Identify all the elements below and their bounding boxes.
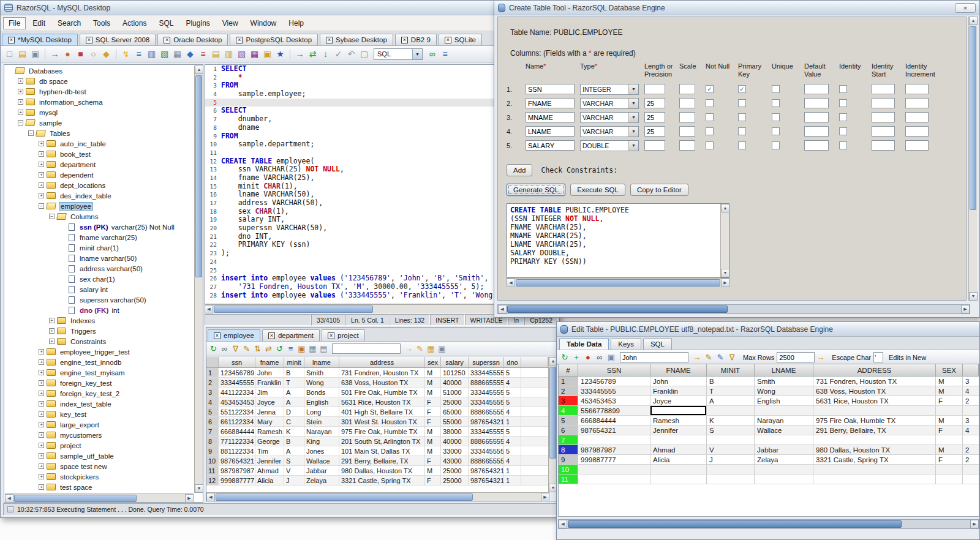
execute-lightning-icon[interactable]: ↯ [120, 48, 132, 60]
results-filter-input[interactable] [332, 343, 401, 354]
tree-expander-icon[interactable]: + [39, 432, 44, 438]
tree-item-dno-fk-[interactable]: dno (FK) int [5, 305, 194, 315]
cell[interactable]: 3 [963, 416, 979, 425]
highlight-pencil-icon[interactable]: ✎ [703, 351, 714, 363]
execute-arrow-icon[interactable]: → [294, 48, 306, 60]
tree-expander-icon[interactable]: − [49, 214, 55, 219]
dialog-vertical-scrollbar[interactable]: ▲ ▼ [968, 17, 977, 301]
results-col-salary[interactable]: salary [441, 357, 469, 367]
add-button[interactable]: Add [507, 164, 532, 176]
identity-checkbox[interactable] [839, 113, 847, 121]
tree-item-large-export[interactable]: +large_export [5, 419, 194, 430]
export-table-icon[interactable]: ▦ [426, 343, 436, 354]
cell[interactable]: 731 Fondren, Houston TX [813, 377, 936, 386]
cell[interactable]: 987987987 [578, 445, 650, 454]
tree-item-columns[interactable]: −Columns [5, 211, 194, 222]
tab--mysql-desktop[interactable]: ×*MySQL Desktop [2, 34, 78, 45]
tree-expander-icon[interactable]: + [39, 391, 44, 396]
identity-start-input[interactable] [872, 112, 895, 122]
unique-checkbox[interactable] [772, 127, 780, 135]
tree-expander-icon[interactable]: + [39, 370, 44, 375]
cell[interactable]: 975 Fire Oak, Humble TX [813, 416, 936, 425]
tree-expander-icon[interactable]: + [39, 422, 44, 427]
refresh-data-icon[interactable]: ↻ [559, 351, 570, 363]
scale-input[interactable] [679, 112, 695, 122]
scroll-down-icon[interactable]: ▼ [721, 269, 729, 277]
identity-start-input[interactable] [872, 84, 895, 94]
cell[interactable]: Joyce [650, 396, 707, 405]
undo-icon[interactable]: ↶ [345, 48, 357, 60]
edit-row[interactable]: 5666884444RameshKNarayan975 Fire Oak, Hu… [559, 416, 979, 426]
sql-hscroll-thumb[interactable] [516, 279, 720, 287]
tree-expander-icon[interactable]: + [39, 172, 44, 178]
results-row[interactable]: 2333445555FranklinTWong638 Voss, Houston… [206, 378, 548, 388]
tree-item-project[interactable]: +project [5, 440, 194, 451]
cell[interactable] [936, 406, 963, 415]
tree-expander-icon[interactable]: + [39, 443, 44, 448]
edit-row[interactable]: 10 [559, 465, 979, 474]
tree-item-foreign-key-test[interactable]: +foreign_key_test [5, 378, 194, 388]
export-rows-icon[interactable]: ▤ [318, 343, 329, 354]
tab-project[interactable]: ×project [322, 329, 365, 341]
tab-close-icon[interactable]: × [401, 37, 408, 43]
edit-col-#[interactable]: # [559, 364, 578, 376]
tree-item-test-space[interactable]: +test space [5, 482, 194, 492]
results-col-ssn[interactable]: ssn [219, 357, 255, 367]
scroll-left-icon[interactable]: ◀ [559, 520, 567, 528]
edit-horizontal-scrollbar[interactable]: ◀ ▶ [558, 519, 979, 529]
column-name-input[interactable] [526, 112, 575, 122]
identity-increment-input[interactable] [905, 140, 929, 151]
tree-expander-icon[interactable]: + [39, 151, 44, 157]
tree-item-minit-char-1-[interactable]: minit char(1) [5, 242, 194, 253]
cell[interactable]: A [707, 396, 755, 405]
scale-input[interactable] [679, 140, 695, 151]
tree-expander-icon[interactable]: + [49, 339, 55, 344]
results-horizontal-scrollbar[interactable]: ◀ ▶ [206, 492, 549, 501]
length-input[interactable] [644, 140, 665, 151]
cell[interactable]: 3321 Castle, Spring TX [813, 455, 936, 464]
tree-item-databases[interactable]: Databases [5, 66, 194, 76]
cell[interactable]: 291 Berry, Bellaire, TX [813, 426, 936, 435]
not-null-checkbox[interactable] [706, 141, 714, 149]
cell[interactable]: 980 Dallas, Houston TX [813, 445, 936, 454]
tree-item-engine-test-innodb[interactable]: +engine_test_innodb [5, 357, 194, 367]
tab-sql[interactable]: SQL [643, 338, 672, 350]
tree-expander-icon[interactable]: + [18, 78, 23, 84]
cell[interactable]: M [936, 416, 963, 425]
cell[interactable] [963, 435, 979, 444]
tab-oracle-desktop[interactable]: ×Oracle Desktop [157, 34, 228, 45]
edit-row[interactable]: 9999887777AliciaJZelaya3321 Castle, Spri… [559, 455, 979, 465]
tree-item-dependent[interactable]: +dependent [5, 170, 194, 180]
results-row[interactable]: 8771122334GeorgeBKing201 South St, Arlin… [206, 437, 548, 446]
tree-expander-icon[interactable]: + [39, 162, 44, 167]
edit-col-MINIT[interactable]: MINIT [707, 364, 755, 376]
column-type-select[interactable]: INTEGER▼ [580, 84, 639, 95]
not-null-checkbox[interactable] [706, 99, 714, 107]
primary-key-checkbox[interactable] [738, 141, 746, 149]
cell[interactable]: 3 [963, 377, 979, 386]
cell[interactable]: 333445555 [578, 386, 650, 396]
edit-row[interactable]: 2333445555FranklinTWong638 Voss, Houston… [559, 386, 979, 396]
validate-check-icon[interactable]: ✓ [333, 48, 344, 60]
scale-input[interactable] [679, 126, 695, 137]
column-type-select[interactable]: VARCHAR▼ [580, 98, 639, 109]
dialog-hscroll-thumb[interactable] [507, 306, 728, 313]
tree-expander-icon[interactable]: + [39, 474, 44, 479]
primary-key-checkbox[interactable]: ✓ [738, 85, 746, 93]
cell[interactable] [755, 406, 813, 415]
tree-item-sex-char-1-[interactable]: sex char(1) [5, 274, 194, 284]
tree-expander-icon[interactable]: + [39, 141, 44, 146]
cell[interactable] [707, 474, 755, 484]
generated-sql-box[interactable]: CREATE TABLE PUBLIC.EMPLOYEE(SSN INTEGER… [507, 203, 729, 278]
default-value-input[interactable] [804, 112, 829, 122]
results-panel-icon[interactable]: ▢ [358, 48, 370, 60]
cell[interactable]: Jabbar [755, 445, 813, 454]
tree-item-department[interactable]: +department [5, 159, 194, 170]
tree-expander-icon[interactable]: + [39, 359, 44, 365]
results-row[interactable]: 6661122334MaryCStein301 West St. Houston… [206, 417, 548, 427]
tab-close-icon[interactable]: × [326, 37, 333, 43]
results-col-dno[interactable]: dno [504, 357, 521, 367]
tree-expander-icon[interactable]: + [18, 110, 23, 115]
cell[interactable]: V [707, 445, 755, 454]
results-row[interactable]: 10987654321JenniferSWallace291 Berry, Be… [206, 456, 548, 466]
